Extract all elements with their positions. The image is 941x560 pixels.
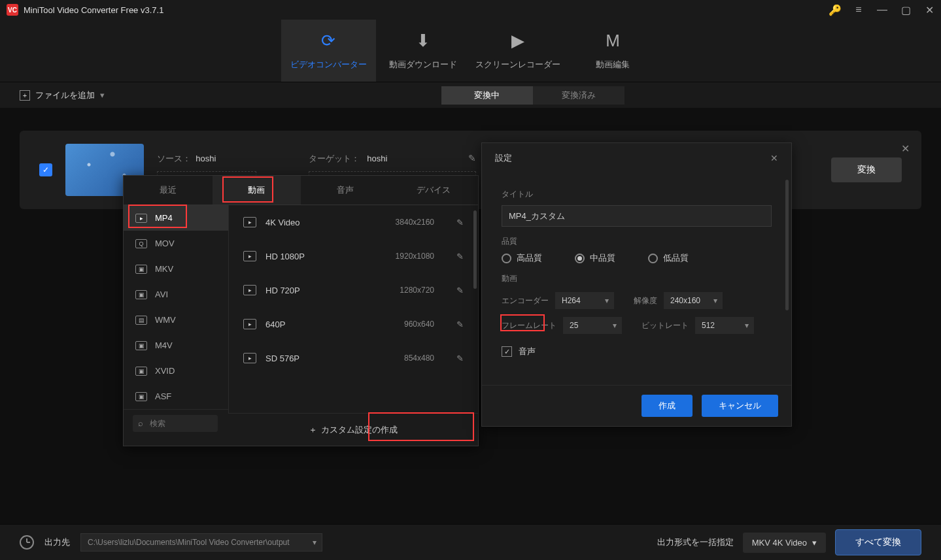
upgrade-key-icon[interactable]: 🔑 xyxy=(830,5,840,15)
preset-list: ▸4K Video3840x2160✎ ▸HD 1080P1920x1080✎ … xyxy=(228,205,478,413)
title-input[interactable] xyxy=(502,205,772,227)
chevron-down-icon: ▾ xyxy=(100,90,105,100)
download-icon: ⬇ xyxy=(416,31,430,51)
resolution-select[interactable]: 240x160 xyxy=(664,292,723,309)
titlebar: VC MiniTool Video Converter Free v3.7.1 … xyxy=(0,0,941,20)
format-categories: ▸MP4 QMOV ▣MKV ▣AVI ▤WMV ▣M4V ▣XVID ▣ASF xyxy=(124,205,228,409)
schedule-icon[interactable] xyxy=(20,535,34,550)
cat-mkv[interactable]: ▣MKV xyxy=(124,256,228,282)
source-label: ソース： xyxy=(157,154,191,163)
cancel-button[interactable]: キャンセル xyxy=(702,395,778,417)
output-path-select[interactable]: C:\Users\lizlu\Documents\MiniTool Video … xyxy=(80,533,322,552)
cat-mp4[interactable]: ▸MP4 xyxy=(124,205,228,231)
tab-label: 動画ダウンロード xyxy=(389,59,457,71)
video-section-label: 動画 xyxy=(502,273,772,284)
convert-button[interactable]: 変換 xyxy=(831,157,902,182)
video-icon: ▸ xyxy=(243,319,256,329)
format-search xyxy=(124,409,228,437)
tab-video-editor[interactable]: M 動画編集 xyxy=(566,20,660,82)
app-logo-icon: VC xyxy=(7,4,18,16)
scrollbar[interactable] xyxy=(473,210,477,289)
close-icon[interactable]: ✕ xyxy=(924,5,934,15)
quality-high-radio[interactable]: 高品質 xyxy=(502,252,542,264)
preset-1080p[interactable]: ▸HD 1080P1920x1080✎ xyxy=(229,239,478,273)
preset-720p[interactable]: ▸HD 720P1280x720✎ xyxy=(229,273,478,307)
cat-asf[interactable]: ▣ASF xyxy=(124,384,228,409)
output-format-select[interactable]: MKV 4K Video▾ xyxy=(743,533,826,553)
close-icon[interactable]: ✕ xyxy=(770,153,778,163)
source-name: hoshi xyxy=(196,154,216,163)
preset-640p[interactable]: ▸640P960x640✎ xyxy=(229,307,478,341)
preset-576p[interactable]: ▸SD 576P854x480✎ xyxy=(229,341,478,375)
asf-icon: ▣ xyxy=(135,392,147,401)
cat-mov[interactable]: QMOV xyxy=(124,231,228,256)
edit-icon[interactable]: ✎ xyxy=(456,286,464,295)
wmv-icon: ▤ xyxy=(135,316,147,325)
app-title: MiniTool Video Converter Free v3.7.1 xyxy=(24,5,163,15)
video-icon: ▸ xyxy=(243,353,256,363)
edit-icon[interactable]: ✎ xyxy=(456,354,464,363)
picker-tab-device[interactable]: デバイス xyxy=(390,176,479,205)
mkv-icon: ▣ xyxy=(135,265,147,274)
m4v-icon: ▣ xyxy=(135,341,147,350)
output-format-label: 出力形式を一括指定 xyxy=(657,536,734,548)
status-tabs: 変換中 変換済み xyxy=(441,86,624,105)
tab-video-converter[interactable]: ⟳ ビデオコンバーター xyxy=(281,20,376,82)
minimize-icon[interactable]: — xyxy=(877,5,887,15)
recorder-icon: ▶ xyxy=(511,31,524,51)
bitrate-select[interactable]: 512 xyxy=(695,317,754,334)
plus-icon: ＋ xyxy=(309,424,317,436)
cat-m4v[interactable]: ▣M4V xyxy=(124,333,228,358)
tab-label: スクリーンレコーダー xyxy=(475,59,560,71)
preset-4k[interactable]: ▸4K Video3840x2160✎ xyxy=(229,205,478,239)
mov-icon: Q xyxy=(135,239,147,248)
quality-label: 品質 xyxy=(502,236,772,247)
avi-icon: ▣ xyxy=(135,290,147,299)
framerate-select[interactable]: 25 xyxy=(563,317,622,334)
chevron-down-icon: ▾ xyxy=(812,538,817,548)
edit-icon[interactable]: ✎ xyxy=(456,320,464,329)
output-label: 出力先 xyxy=(44,536,70,548)
tab-converting[interactable]: 変換中 xyxy=(441,86,533,105)
encoder-select[interactable]: H264 xyxy=(555,292,614,309)
add-file-label: ファイルを追加 xyxy=(35,90,95,101)
maximize-icon[interactable]: ▢ xyxy=(900,5,911,15)
create-custom-button[interactable]: ＋カスタム設定の作成 xyxy=(228,413,478,446)
video-icon: ▸ xyxy=(243,285,256,295)
cat-avi[interactable]: ▣AVI xyxy=(124,282,228,307)
resolution-label: 解像度 xyxy=(634,295,657,306)
tab-converted[interactable]: 変換済み xyxy=(533,86,624,105)
title-label: タイトル xyxy=(502,189,772,200)
menu-icon[interactable]: ≡ xyxy=(853,5,864,15)
converter-icon: ⟳ xyxy=(321,31,335,51)
scrollbar[interactable] xyxy=(785,180,789,310)
tab-screen-recorder[interactable]: ▶ スクリーンレコーダー xyxy=(471,20,566,82)
picker-tab-video[interactable]: 動画 xyxy=(213,176,301,205)
picker-tab-recent[interactable]: 最近 xyxy=(124,176,213,205)
plus-icon: + xyxy=(20,90,30,101)
format-picker-popup: 最近 動画 音声 デバイス ▸MP4 QMOV ▣MKV ▣AVI ▤WMV ▣… xyxy=(123,175,479,446)
footer: 出力先 C:\Users\lizlu\Documents\MiniTool Vi… xyxy=(0,524,941,560)
search-input[interactable] xyxy=(133,415,218,432)
audio-checkbox[interactable]: ✓音声 xyxy=(502,346,772,357)
edit-icon[interactable]: ✎ xyxy=(456,252,464,261)
target-edit-icon[interactable]: ✎ xyxy=(468,153,476,163)
create-button[interactable]: 作成 xyxy=(642,395,693,417)
framerate-label: フレームレート xyxy=(502,320,556,331)
encoder-label: エンコーダー xyxy=(502,295,549,306)
remove-file-icon[interactable]: ✕ xyxy=(901,142,910,155)
quality-medium-radio[interactable]: 中品質 xyxy=(575,252,615,264)
main-tabs: ⟳ ビデオコンバーター ⬇ 動画ダウンロード ▶ スクリーンレコーダー M 動画… xyxy=(0,20,941,82)
toolbar: + ファイルを追加 ▾ 変換中 変換済み xyxy=(0,82,941,108)
quality-low-radio[interactable]: 低品質 xyxy=(648,252,689,264)
cat-wmv[interactable]: ▤WMV xyxy=(124,307,228,333)
picker-tab-audio[interactable]: 音声 xyxy=(301,176,390,205)
add-file-button[interactable]: + ファイルを追加 ▾ xyxy=(0,90,124,101)
edit-icon[interactable]: ✎ xyxy=(456,218,464,227)
video-icon: ▸ xyxy=(243,251,256,261)
convert-all-button[interactable]: すべて変換 xyxy=(835,529,921,555)
tab-label: 動画編集 xyxy=(596,59,630,71)
tab-video-download[interactable]: ⬇ 動画ダウンロード xyxy=(376,20,471,82)
file-checkbox[interactable]: ✓ xyxy=(39,163,52,176)
cat-xvid[interactable]: ▣XVID xyxy=(124,358,228,384)
